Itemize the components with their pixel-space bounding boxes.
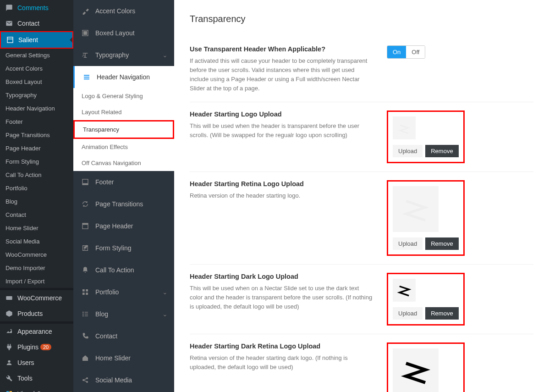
option-logo1: Header Starting Logo Upload This will be… — [190, 102, 533, 172]
salient-item-header[interactable]: Page Header — [73, 215, 174, 237]
svg-rect-13 — [83, 31, 87, 35]
option-logo4: Header Starting Dark Retina Logo Upload … — [190, 334, 533, 392]
svg-point-29 — [82, 314, 84, 315]
salient-sub-item[interactable]: Animation Effects — [73, 139, 174, 155]
sidebar-item-woo[interactable]: WooCommerce — [0, 290, 73, 306]
sidebar-sub-item[interactable]: Page Transitions — [0, 128, 73, 142]
logo2-upload-button[interactable]: Upload — [393, 237, 423, 250]
svg-point-2 — [11, 329, 12, 331]
sidebar-sub-item[interactable]: Typography — [0, 88, 73, 102]
svg-rect-26 — [86, 293, 88, 295]
svg-rect-1 — [6, 296, 12, 300]
home-icon — [81, 353, 90, 363]
svg-rect-17 — [84, 78, 89, 79]
grid-icon — [81, 287, 90, 297]
salient-item-phone[interactable]: Contact — [73, 325, 174, 347]
sidebar-item-vc[interactable]: Visual Composer — [0, 386, 73, 392]
sidebar-sub-item[interactable]: Import / Export — [0, 275, 73, 288]
salient-label: Salient — [18, 36, 38, 44]
salient-item-brush[interactable]: Accent Colors — [73, 0, 174, 22]
salient-item-home[interactable]: Home Slider — [73, 347, 174, 369]
sidebar-sub-item[interactable]: Accent Colors — [0, 62, 73, 75]
woo-icon — [5, 293, 14, 303]
sidebar-item-salient[interactable]: Salient — [0, 31, 73, 49]
wp-admin-sidebar: Comments Contact Salient General Setting… — [0, 0, 73, 392]
svg-point-3 — [8, 360, 10, 363]
form-icon — [81, 243, 90, 253]
svg-point-27 — [82, 312, 84, 313]
sidebar-sub-item[interactable]: General Settings — [0, 49, 73, 62]
salient-sub-item[interactable]: Logo & General Styling — [73, 88, 174, 104]
sidebar-sub-item[interactable]: Social Media — [0, 235, 73, 248]
sidebar-item-appearance[interactable]: Appearance — [0, 324, 73, 339]
logo1-upload-box: Upload Remove — [387, 110, 465, 163]
salient-item-typo[interactable]: ATypography⌄ — [73, 44, 174, 66]
sidebar-sub-item[interactable]: Blog — [0, 195, 73, 208]
sidebar-sub-item[interactable]: WooCommerce — [0, 248, 73, 261]
badge: 20 — [40, 344, 51, 350]
page-title: Transparency — [190, 14, 533, 24]
svg-point-31 — [82, 315, 84, 317]
sidebar-item-products[interactable]: Products — [0, 306, 73, 321]
salient-item-share[interactable]: Social Media — [73, 369, 174, 391]
salient-item-menu[interactable]: Header Navigation — [73, 66, 174, 88]
brush-icon — [81, 6, 90, 16]
svg-rect-32 — [85, 315, 88, 316]
salient-item-list[interactable]: Blog⌄ — [73, 303, 174, 325]
header-icon — [81, 221, 90, 231]
svg-rect-23 — [82, 289, 85, 292]
svg-rect-24 — [86, 289, 88, 292]
chevron-down-icon: ⌄ — [162, 310, 168, 318]
salient-item-bell[interactable]: Call To Action — [73, 259, 174, 281]
salient-item-transition[interactable]: Page Transitions — [73, 193, 174, 215]
sidebar-sub-item[interactable]: Page Header — [0, 142, 73, 155]
sidebar-item-tools[interactable]: Tools — [0, 370, 73, 386]
salient-sub-item[interactable]: Off Canvas Navigation — [73, 155, 174, 171]
sidebar-sub-item[interactable]: Form Styling — [0, 155, 73, 168]
salient-item-grid[interactable]: Portfolio⌄ — [73, 281, 174, 303]
chevron-down-icon: ⌄ — [162, 288, 168, 296]
sidebar-sub-item[interactable]: Home Slider — [0, 221, 73, 235]
mail-icon — [5, 19, 14, 28]
main-content: Transparency Use Transparent Header When… — [174, 0, 549, 392]
contact-label: Contact — [17, 20, 39, 27]
products-icon — [5, 309, 14, 318]
sidebar-sub-item[interactable]: Contact — [0, 208, 73, 221]
salient-item-footer[interactable]: Footer — [73, 171, 174, 193]
chevron-down-icon: ⌄ — [162, 51, 168, 59]
wp-bottom-menu: WooCommerceProductsAppearancePlugins20Us… — [0, 290, 73, 392]
transparent-header-desc: If activated this will cause your header… — [190, 56, 373, 94]
logo3-preview — [393, 279, 416, 302]
logo2-desc: Retina version of the header starting lo… — [190, 191, 373, 200]
comments-label: Comments — [17, 4, 49, 11]
salient-item-layout[interactable]: Boxed Layout — [73, 22, 174, 44]
sidebar-item-plugins[interactable]: Plugins20 — [0, 339, 73, 355]
option-transparent-header: Use Transparent Header When Applicable? … — [190, 37, 533, 102]
sidebar-sub-item[interactable]: Header Navigation — [0, 102, 73, 115]
sidebar-item-contact[interactable]: Contact — [0, 16, 73, 31]
sidebar-sub-item[interactable]: Call To Action — [0, 168, 73, 182]
logo1-label: Header Starting Logo Upload — [190, 110, 373, 118]
logo3-upload-box: Upload Remove — [387, 273, 465, 326]
sidebar-item-comments[interactable]: Comments — [0, 0, 73, 16]
bell-icon — [81, 265, 90, 275]
sidebar-sub-item[interactable]: Demo Importer — [0, 261, 73, 275]
sidebar-sub-item[interactable]: Boxed Layout — [0, 75, 73, 88]
salient-submenu: General SettingsAccent ColorsBoxed Layou… — [0, 49, 73, 288]
sidebar-sub-item[interactable]: Footer — [0, 115, 73, 128]
logo3-remove-button[interactable]: Remove — [425, 307, 458, 320]
salient-item-form[interactable]: Form Styling — [73, 237, 174, 259]
phone-icon — [81, 331, 90, 341]
logo1-upload-button[interactable]: Upload — [393, 145, 423, 157]
toggle-on[interactable]: On — [387, 46, 406, 58]
sidebar-item-users[interactable]: Users — [0, 355, 73, 370]
logo3-upload-button[interactable]: Upload — [393, 307, 423, 320]
sidebar-sub-item[interactable]: Portfolio — [0, 182, 73, 195]
toggle-off[interactable]: Off — [406, 46, 425, 58]
salient-sub-item[interactable]: Transparency — [73, 120, 174, 139]
svg-text:A: A — [82, 53, 85, 58]
share-icon — [81, 375, 90, 385]
logo1-remove-button[interactable]: Remove — [425, 145, 458, 157]
logo2-remove-button[interactable]: Remove — [425, 237, 458, 250]
salient-sub-item[interactable]: Layout Related — [73, 104, 174, 120]
